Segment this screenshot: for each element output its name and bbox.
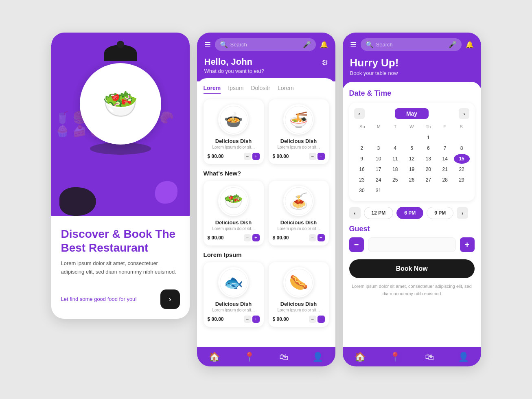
cal-day-13[interactable]: 13 xyxy=(420,154,436,164)
qty-ctrl-2: − + xyxy=(309,153,325,160)
menu-icon-3[interactable]: ☰ xyxy=(350,40,357,49)
qty-minus-2[interactable]: − xyxy=(309,153,316,160)
bell-icon-3[interactable]: 🔔 xyxy=(466,41,474,48)
food-desc-3: Lorem ipsum dolor sit... xyxy=(212,226,255,231)
search-bar[interactable]: 🔍 🎤 xyxy=(215,38,316,51)
food-price-4: $ 00.00 xyxy=(273,235,289,241)
screen1-hero: 🥤 🍔 🥗 🍕 🥙 🍜 🥐 🧁 🍰 🥩 🍣 🍩 🥗 xyxy=(51,33,190,216)
cal-day-7[interactable]: 7 xyxy=(437,143,453,153)
food-footer-4: $ 00.00 − + xyxy=(273,234,325,241)
qty-plus-6[interactable]: + xyxy=(317,316,325,323)
next-button[interactable]: › xyxy=(160,289,180,309)
nav-location-2[interactable]: 📍 xyxy=(244,352,255,362)
qty-ctrl-5: − + xyxy=(244,316,260,323)
cal-day-25[interactable]: 25 xyxy=(387,175,403,185)
food-image-3: 🥗 xyxy=(218,186,249,216)
filter-icon[interactable]: ⚙ xyxy=(322,58,328,67)
qty-minus-4[interactable]: − xyxy=(309,234,316,241)
cal-day-9[interactable]: 9 xyxy=(354,154,370,164)
menu-icon[interactable]: ☰ xyxy=(204,40,211,49)
time-next[interactable]: › xyxy=(457,207,468,219)
cal-day-20[interactable]: 20 xyxy=(420,164,436,174)
nav-bag-2[interactable]: 🛍 xyxy=(279,352,288,362)
nav-profile-3[interactable]: 👤 xyxy=(458,352,469,362)
qty-plus-3[interactable]: + xyxy=(252,234,260,241)
nav-bag-3[interactable]: 🛍 xyxy=(425,352,434,362)
guest-count-input[interactable] xyxy=(368,237,456,252)
tab-lorem[interactable]: Lorem xyxy=(204,85,221,94)
time-prev[interactable]: ‹ xyxy=(349,207,361,219)
top-bar-3: ☰ 🔍 🎤 🔔 xyxy=(350,38,474,51)
food-footer-5: $ 00.00 − + xyxy=(208,316,260,323)
cal-day-6[interactable]: 6 xyxy=(420,143,436,153)
cal-day-29[interactable]: 29 xyxy=(454,175,470,185)
time-12pm[interactable]: 12 PM xyxy=(364,207,394,219)
cal-day-22[interactable]: 22 xyxy=(454,164,470,174)
mic-icon[interactable]: 🎤 xyxy=(303,41,311,48)
cal-day-14[interactable]: 14 xyxy=(437,154,453,164)
cal-day-15[interactable]: 15 xyxy=(454,154,470,164)
book-now-button[interactable]: Book Now xyxy=(349,259,475,278)
qty-plus-2[interactable]: + xyxy=(317,153,325,160)
cal-day-19[interactable]: 19 xyxy=(404,164,420,174)
cal-day-5[interactable]: 5 xyxy=(404,143,420,153)
cal-day-4[interactable]: 4 xyxy=(387,143,403,153)
cal-day-11[interactable]: 11 xyxy=(387,154,403,164)
cal-day-3[interactable]: 3 xyxy=(370,143,386,153)
cal-day-1[interactable]: 1 xyxy=(420,133,436,142)
cal-day-8[interactable]: 8 xyxy=(454,143,470,153)
search-bar-3[interactable]: 🔍 🎤 xyxy=(361,38,462,51)
screen2-body: Lorem Ipsum Dolositr Lorem 🍲 Delicious D… xyxy=(197,78,335,347)
cal-day-12[interactable]: 12 xyxy=(404,154,420,164)
qty-ctrl-6: − + xyxy=(309,316,325,323)
cal-day-23[interactable]: 23 xyxy=(354,175,370,185)
nav-location-3[interactable]: 📍 xyxy=(390,352,401,362)
tab-ipsum[interactable]: Ipsum xyxy=(228,85,243,94)
cal-day-18[interactable]: 18 xyxy=(387,164,403,174)
cal-day-28[interactable]: 28 xyxy=(437,175,453,185)
cal-day-17[interactable]: 17 xyxy=(370,164,386,174)
top-bar: ☰ 🔍 🎤 🔔 xyxy=(204,38,328,51)
cal-day-10[interactable]: 10 xyxy=(370,154,386,164)
nav-home-3[interactable]: 🏠 xyxy=(355,352,366,362)
screen3-heading: Hurry Up! xyxy=(350,57,474,69)
qty-plus-1[interactable]: + xyxy=(252,153,260,160)
cal-day-2[interactable]: 2 xyxy=(354,143,370,153)
cal-day-27[interactable]: 27 xyxy=(420,175,436,185)
cal-day-24[interactable]: 24 xyxy=(370,175,386,185)
qty-minus-1[interactable]: − xyxy=(244,153,251,160)
plate: 🥗 xyxy=(80,63,161,145)
book-disclaimer: Lorem ipsum dolor sit amet, consectetuer… xyxy=(349,283,475,297)
greeting-subtitle: What do you want to eat? xyxy=(204,68,264,74)
food-desc-6: Lorem ipsum dolor sit... xyxy=(278,308,320,312)
cal-next[interactable]: › xyxy=(459,108,469,119)
cal-prev[interactable]: ‹ xyxy=(354,108,365,119)
search-input-3[interactable] xyxy=(376,42,446,48)
tabs: Lorem Ipsum Dolositr Lorem xyxy=(204,85,329,94)
food-image-5: 🐟 xyxy=(218,267,249,298)
tab-lorem2[interactable]: Lorem xyxy=(278,85,294,94)
time-6pm[interactable]: 6 PM xyxy=(396,207,423,219)
qty-minus-6[interactable]: − xyxy=(309,316,316,323)
guest-plus-btn[interactable]: + xyxy=(460,237,475,252)
mic-icon-3[interactable]: 🎤 xyxy=(449,41,457,48)
cal-day-30[interactable]: 30 xyxy=(354,186,370,195)
guest-minus-btn[interactable]: − xyxy=(349,237,364,252)
cal-day-16[interactable]: 16 xyxy=(354,164,370,174)
qty-minus-3[interactable]: − xyxy=(244,234,251,241)
qty-plus-4[interactable]: + xyxy=(317,234,325,241)
qty-minus-5[interactable]: − xyxy=(244,316,251,323)
screen2: ☰ 🔍 🎤 🔔 Hello, John What do you want to … xyxy=(197,33,335,366)
nav-home-2[interactable]: 🏠 xyxy=(209,352,220,362)
screen3-title: Hurry Up! Book your table now xyxy=(350,57,474,76)
nav-profile-2[interactable]: 👤 xyxy=(312,352,323,362)
bell-icon[interactable]: 🔔 xyxy=(320,41,328,48)
time-9pm[interactable]: 9 PM xyxy=(427,207,453,219)
cal-day-31[interactable]: 31 xyxy=(370,186,386,195)
food-desc-4: Lorem ipsum dolor sit... xyxy=(278,226,320,231)
qty-plus-5[interactable]: + xyxy=(252,316,260,323)
tab-dolositr[interactable]: Dolositr xyxy=(251,85,270,94)
cal-day-21[interactable]: 21 xyxy=(437,164,453,174)
cal-day-26[interactable]: 26 xyxy=(404,175,420,185)
search-input[interactable] xyxy=(230,42,300,48)
